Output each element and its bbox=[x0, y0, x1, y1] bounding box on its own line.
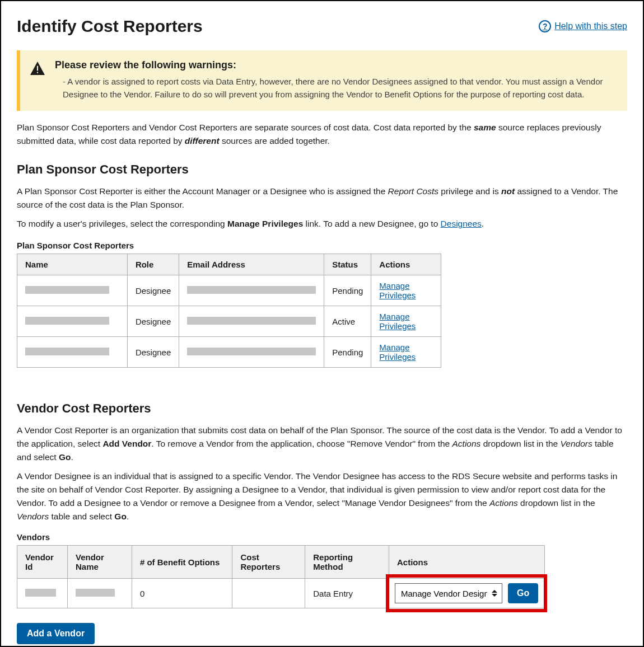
manage-privileges-link[interactable]: Manage Privileges bbox=[379, 281, 416, 300]
th-vendor-id: Vendor Id bbox=[17, 546, 68, 579]
redacted-vendor-name bbox=[76, 589, 115, 597]
cell-reporting-method: Data Entry bbox=[305, 579, 389, 608]
cell-benefit-options: 0 bbox=[132, 579, 232, 608]
th-actions: Actions bbox=[371, 254, 441, 275]
manage-privileges-link[interactable]: Manage Privileges bbox=[379, 312, 416, 331]
help-icon: ? bbox=[539, 20, 551, 32]
warning-body: A vendor is assigned to report costs via… bbox=[55, 76, 615, 101]
redacted-email bbox=[187, 348, 316, 355]
table2-caption: Vendors bbox=[17, 532, 627, 542]
vendor-actions-select[interactable]: Manage Vendor Designees bbox=[395, 583, 502, 603]
section2-p2: A Vendor Designee is an individual that … bbox=[17, 470, 627, 523]
page-title: Identify Cost Reporters bbox=[17, 17, 203, 36]
section1-p2: To modify a user's privileges, select th… bbox=[17, 217, 627, 231]
section2-p1: A Vendor Cost Reporter is an organizatio… bbox=[17, 424, 627, 464]
table-row: Designee Pending Manage Privileges bbox=[17, 337, 441, 368]
th-status: Status bbox=[324, 254, 371, 275]
warning-title: Please review the following warnings: bbox=[55, 59, 615, 71]
vendors-table: Vendor Id Vendor Name # of Benefit Optio… bbox=[17, 545, 545, 608]
cell-cost-reporters bbox=[232, 579, 305, 608]
th-reporting-method: Reporting Method bbox=[305, 546, 389, 579]
warning-icon bbox=[30, 62, 45, 75]
table-row: 0 Data Entry Manage Vendor Designees Go bbox=[17, 579, 545, 608]
th-cost-reporters: Cost Reporters bbox=[232, 546, 305, 579]
warning-alert: Please review the following warnings: A … bbox=[17, 50, 627, 111]
table-row: Designee Active Manage Privileges bbox=[17, 306, 441, 337]
th-role: Role bbox=[127, 254, 179, 275]
cell-status: Active bbox=[324, 306, 371, 337]
th-vendor-actions: Actions bbox=[389, 546, 544, 579]
cell-status: Pending bbox=[324, 337, 371, 368]
add-vendor-button[interactable]: Add a Vendor bbox=[17, 623, 95, 644]
help-label: Help with this step bbox=[554, 21, 627, 31]
plan-sponsor-table: Name Role Email Address Status Actions D… bbox=[17, 254, 441, 368]
redacted-name bbox=[25, 286, 109, 294]
section1-p1: A Plan Sponsor Cost Reporter is either t… bbox=[17, 185, 627, 212]
intro-text: Plan Sponsor Cost Reporters and Vendor C… bbox=[17, 121, 627, 148]
redacted-email bbox=[187, 286, 316, 294]
redacted-name bbox=[25, 317, 109, 325]
redacted-name bbox=[25, 348, 109, 355]
th-vendor-name: Vendor Name bbox=[67, 546, 132, 579]
svg-rect-2 bbox=[37, 72, 38, 73]
svg-rect-1 bbox=[37, 66, 38, 71]
th-name: Name bbox=[17, 254, 128, 275]
section1-title: Plan Sponsor Cost Reporters bbox=[17, 162, 627, 177]
table1-caption: Plan Sponsor Cost Reporters bbox=[17, 241, 627, 250]
section2-title: Vendor Cost Reporters bbox=[17, 401, 627, 416]
manage-privileges-link[interactable]: Manage Privileges bbox=[379, 343, 416, 362]
redacted-email bbox=[187, 317, 316, 325]
designees-link[interactable]: Designees bbox=[441, 219, 482, 228]
th-email: Email Address bbox=[179, 254, 324, 275]
cell-role: Designee bbox=[127, 306, 179, 337]
go-button[interactable]: Go bbox=[508, 583, 538, 603]
warning-item: A vendor is assigned to report costs via… bbox=[63, 76, 615, 101]
th-benefit-options: # of Benefit Options bbox=[132, 546, 232, 579]
help-link[interactable]: ? Help with this step bbox=[539, 20, 627, 32]
highlight-box: Manage Vendor Designees Go bbox=[386, 574, 547, 612]
cell-role: Designee bbox=[127, 337, 179, 368]
cell-status: Pending bbox=[324, 275, 371, 306]
redacted-vendor-id bbox=[25, 589, 56, 597]
cell-role: Designee bbox=[127, 275, 179, 306]
table-row: Designee Pending Manage Privileges bbox=[17, 275, 441, 306]
